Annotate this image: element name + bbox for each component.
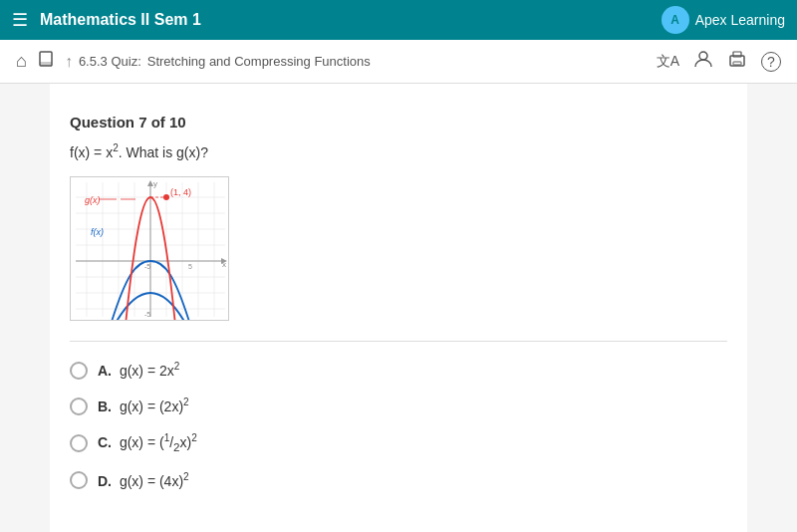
bookmark-icon[interactable]: [37, 50, 55, 73]
answer-options: A. g(x) = 2x2 B. g(x) = (2x)2 C. g(x) = …: [70, 362, 727, 489]
svg-text:x: x: [222, 260, 226, 269]
option-a-label: A. g(x) = 2x2: [98, 362, 179, 380]
breadcrumb-prefix: 6.5.3 Quiz:: [79, 54, 141, 69]
apex-logo-icon: A: [662, 6, 689, 34]
radio-a[interactable]: [70, 362, 88, 380]
option-b-label: B. g(x) = (2x)2: [98, 398, 189, 415]
option-a[interactable]: A. g(x) = 2x2: [70, 362, 727, 380]
option-d[interactable]: D. g(x) = (4x)2: [70, 471, 727, 489]
menu-icon[interactable]: ☰: [12, 9, 28, 31]
svg-text:g(x): g(x): [85, 195, 101, 205]
svg-rect-1: [40, 62, 52, 66]
option-c[interactable]: C. g(x) = (1/2x)2: [70, 433, 727, 453]
radio-c[interactable]: [70, 434, 88, 452]
option-d-label: D. g(x) = (4x)2: [98, 471, 189, 489]
svg-point-2: [699, 52, 707, 60]
home-icon[interactable]: ⌂: [16, 51, 27, 72]
person-icon[interactable]: [693, 49, 713, 74]
breadcrumb-arrow: ↑: [65, 53, 73, 71]
svg-text:f(x): f(x): [91, 227, 104, 237]
question-text: f(x) = x2. What is g(x)?: [70, 142, 727, 160]
question-header: Question 7 of 10: [70, 114, 727, 131]
graph-container: y x -5 -5 5 g(x) f(x) (1, 4): [70, 176, 229, 321]
page-title: Mathematics II Sem 1: [40, 11, 201, 29]
svg-rect-5: [733, 62, 741, 65]
apex-logo: A Apex Learning: [662, 6, 785, 34]
secondary-nav-left: ⌂ ↑ 6.5.3 Quiz: Stretching and Compressi…: [16, 50, 371, 73]
svg-text:5: 5: [188, 263, 192, 270]
radio-d[interactable]: [70, 471, 88, 489]
radio-b[interactable]: [70, 398, 88, 415]
print-icon[interactable]: [727, 49, 747, 74]
top-nav-left: ☰ Mathematics II Sem 1: [12, 9, 201, 31]
breadcrumb: ↑ 6.5.3 Quiz: Stretching and Compressing…: [65, 53, 371, 71]
svg-text:(1, 4): (1, 4): [170, 187, 191, 197]
svg-text:-5: -5: [144, 263, 150, 270]
secondary-nav-icons: 文A ?: [657, 49, 781, 74]
top-nav: ☰ Mathematics II Sem 1 A Apex Learning: [0, 0, 797, 40]
top-nav-right: A Apex Learning: [662, 6, 785, 34]
option-c-label: C. g(x) = (1/2x)2: [98, 433, 197, 453]
translate-icon[interactable]: 文A: [657, 53, 679, 71]
secondary-nav: ⌂ ↑ 6.5.3 Quiz: Stretching and Compressi…: [0, 40, 797, 84]
question-formula: f(x) = x2. What is g(x)?: [70, 144, 208, 160]
help-icon[interactable]: ?: [761, 52, 781, 72]
divider: [70, 341, 727, 342]
brand-name: Apex Learning: [695, 12, 785, 28]
svg-point-36: [163, 194, 169, 200]
breadcrumb-quiz-title: Stretching and Compressing Functions: [147, 54, 371, 69]
option-b[interactable]: B. g(x) = (2x)2: [70, 398, 727, 415]
svg-text:-5: -5: [144, 311, 150, 318]
main-content: Question 7 of 10 f(x) = x2. What is g(x)…: [50, 84, 747, 532]
svg-text:y: y: [153, 179, 157, 188]
